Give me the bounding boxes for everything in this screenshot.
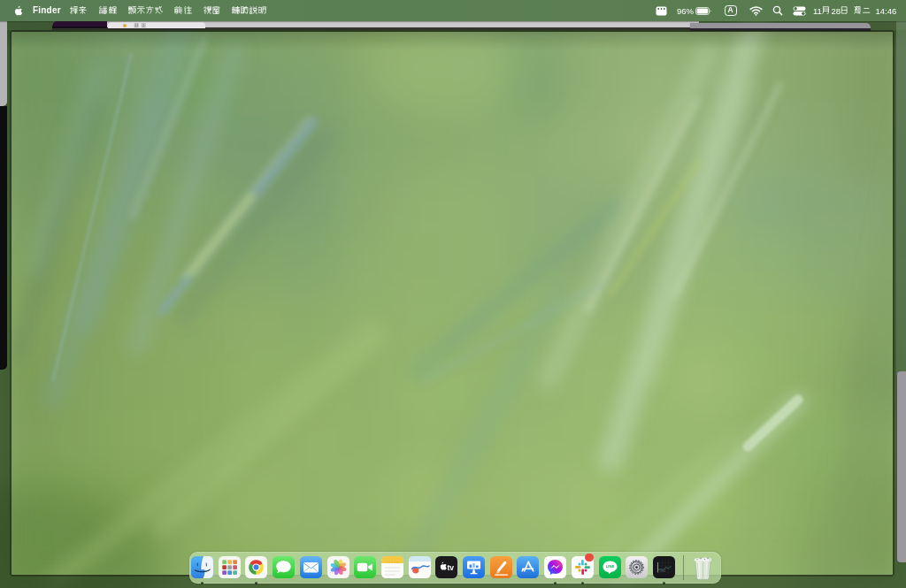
svg-text:tv: tv xyxy=(448,563,455,572)
svg-text:LINE: LINE xyxy=(605,564,614,569)
